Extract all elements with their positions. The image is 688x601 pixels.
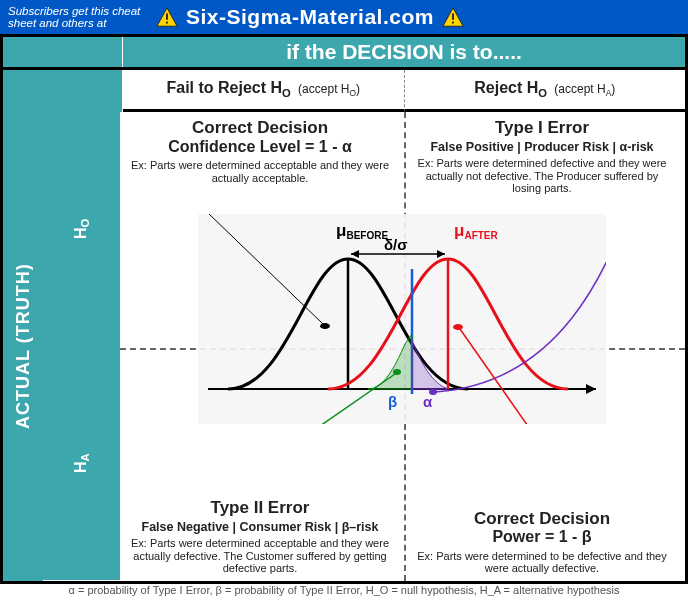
warning-icon-left [156,7,178,27]
bl-title1: Type II Error [130,498,390,518]
col-reject: Reject HO (accept HA) [405,70,686,112]
page-root: Subscribers get this cheat sheet and oth… [0,0,688,601]
tl-title2: Confidence Level = 1 - α [130,138,390,156]
br-title1: Correct Decision [414,509,670,529]
svg-text:μBEFORE: μBEFORE [336,221,388,241]
svg-marker-7 [586,384,596,394]
quad-type2-error: Type II Error False Negative | Consumer … [120,494,400,579]
warning-icon-right [442,7,464,27]
header-blank [3,37,123,67]
row-spine: ACTUAL (TRUTH) HO HA [0,112,120,584]
row-ha: HA [43,346,120,581]
normal-distribution-figure: μBEFORE μAFTER δ/σ β α [198,214,606,424]
svg-point-21 [429,389,437,395]
col-fail-to-reject: Fail to Reject HO (accept HO) [123,70,405,112]
svg-marker-15 [437,250,445,258]
svg-point-23 [393,369,401,375]
matrix-body: Correct Decision Confidence Level = 1 - … [120,112,688,584]
br-title2: Power = 1 - β [414,528,670,546]
svg-text:α: α [423,393,433,410]
svg-point-20 [320,323,330,329]
row-labels: HO HA [43,112,120,581]
svg-text:δ/σ: δ/σ [384,236,408,253]
decision-matrix: if the DECISION is to..... Fail to Rejec… [0,34,688,584]
top-bar: Subscribers get this cheat sheet and oth… [0,0,688,34]
site-title: Six-Sigma-Material.com [186,5,434,29]
header-decision-row: if the DECISION is to..... [0,34,688,70]
svg-rect-5 [452,22,454,24]
svg-rect-2 [166,22,168,24]
tr-subline: False Positive | Producer Risk | α-risk [414,140,670,154]
svg-line-24 [460,329,558,424]
tl-title1: Correct Decision [130,118,390,138]
svg-text:μAFTER: μAFTER [454,221,499,241]
br-example: Ex: Parts were determined to be defectiv… [414,550,670,575]
tl-example: Ex: Parts were determined acceptable and… [130,159,390,184]
svg-line-22 [258,374,395,424]
bl-example: Ex: Parts were determined acceptable and… [130,537,390,575]
svg-rect-1 [166,13,168,19]
actual-truth-label: ACTUAL (TRUTH) [3,112,43,581]
header-sub-blank [3,70,123,112]
col-fail-label: Fail to Reject HO (accept HO) [167,79,360,99]
svg-marker-14 [351,250,359,258]
quad-type1-error: Type I Error False Positive | Producer R… [404,114,680,199]
tr-example: Ex: Parts were determined defective and … [414,157,670,195]
svg-rect-4 [452,13,454,19]
col-reject-label: Reject HO (accept HA) [474,79,615,99]
quad-correct-confidence: Correct Decision Confidence Level = 1 - … [120,114,400,188]
row-ho: HO [43,112,120,346]
bl-subline: False Negative | Consumer Risk | β–risk [130,520,390,534]
svg-text:β: β [388,393,397,410]
footer-legend: α = probability of Type I Error, β = pro… [10,584,678,596]
tr-title1: Type I Error [414,118,670,138]
header-decision-title: if the DECISION is to..... [123,37,685,67]
quad-correct-power: Correct Decision Power = 1 - β Ex: Parts… [404,505,680,579]
subscribe-note: Subscribers get this cheat sheet and oth… [8,5,148,29]
header-sub-row: Fail to Reject HO (accept HO) Reject HO … [0,70,688,112]
svg-point-25 [453,324,463,330]
